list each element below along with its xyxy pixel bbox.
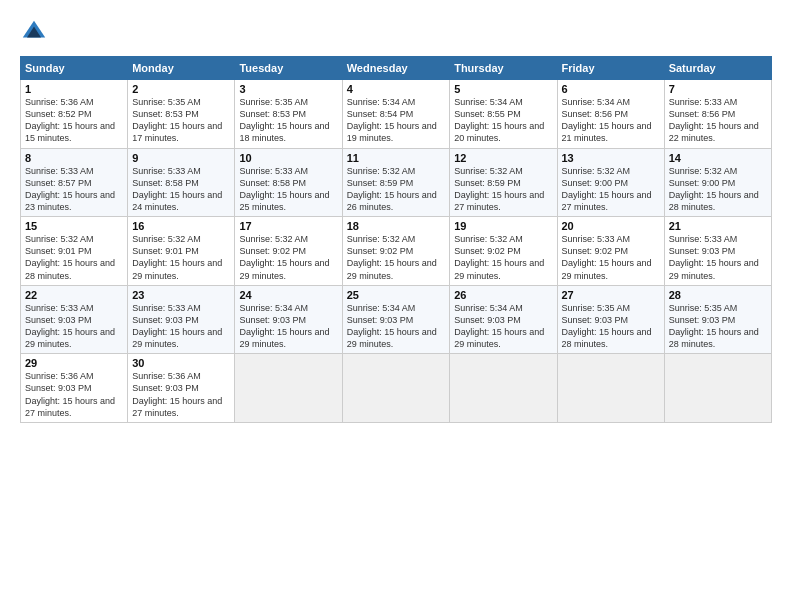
table-row: 11 Sunrise: 5:32 AM Sunset: 8:59 PM Dayl… (342, 148, 449, 217)
day-info: Sunrise: 5:36 AM Sunset: 9:03 PM Dayligh… (25, 370, 123, 419)
table-row: 19 Sunrise: 5:32 AM Sunset: 9:02 PM Dayl… (450, 217, 557, 286)
day-number: 21 (669, 220, 767, 232)
day-number: 30 (132, 357, 230, 369)
day-number: 6 (562, 83, 660, 95)
day-number: 4 (347, 83, 445, 95)
table-row: 13 Sunrise: 5:32 AM Sunset: 9:00 PM Dayl… (557, 148, 664, 217)
table-row: 15 Sunrise: 5:32 AM Sunset: 9:01 PM Dayl… (21, 217, 128, 286)
day-number: 15 (25, 220, 123, 232)
table-row: 25 Sunrise: 5:34 AM Sunset: 9:03 PM Dayl… (342, 285, 449, 354)
day-number: 28 (669, 289, 767, 301)
table-row: 26 Sunrise: 5:34 AM Sunset: 9:03 PM Dayl… (450, 285, 557, 354)
table-row: 29 Sunrise: 5:36 AM Sunset: 9:03 PM Dayl… (21, 354, 128, 423)
table-row: 7 Sunrise: 5:33 AM Sunset: 8:56 PM Dayli… (664, 80, 771, 149)
day-info: Sunrise: 5:33 AM Sunset: 8:58 PM Dayligh… (132, 165, 230, 214)
day-info: Sunrise: 5:33 AM Sunset: 8:56 PM Dayligh… (669, 96, 767, 145)
calendar-table: Sunday Monday Tuesday Wednesday Thursday… (20, 56, 772, 423)
calendar-week-row: 1 Sunrise: 5:36 AM Sunset: 8:52 PM Dayli… (21, 80, 772, 149)
table-row (557, 354, 664, 423)
table-row: 10 Sunrise: 5:33 AM Sunset: 8:58 PM Dayl… (235, 148, 342, 217)
table-row (450, 354, 557, 423)
table-row (342, 354, 449, 423)
day-info: Sunrise: 5:33 AM Sunset: 9:02 PM Dayligh… (562, 233, 660, 282)
day-number: 13 (562, 152, 660, 164)
logo (20, 18, 52, 46)
day-info: Sunrise: 5:33 AM Sunset: 8:57 PM Dayligh… (25, 165, 123, 214)
col-monday: Monday (128, 57, 235, 80)
day-info: Sunrise: 5:35 AM Sunset: 9:03 PM Dayligh… (562, 302, 660, 351)
day-info: Sunrise: 5:36 AM Sunset: 8:52 PM Dayligh… (25, 96, 123, 145)
day-number: 19 (454, 220, 552, 232)
table-row: 30 Sunrise: 5:36 AM Sunset: 9:03 PM Dayl… (128, 354, 235, 423)
day-info: Sunrise: 5:32 AM Sunset: 8:59 PM Dayligh… (347, 165, 445, 214)
table-row: 1 Sunrise: 5:36 AM Sunset: 8:52 PM Dayli… (21, 80, 128, 149)
table-row: 3 Sunrise: 5:35 AM Sunset: 8:53 PM Dayli… (235, 80, 342, 149)
day-info: Sunrise: 5:32 AM Sunset: 9:01 PM Dayligh… (132, 233, 230, 282)
col-sunday: Sunday (21, 57, 128, 80)
table-row: 14 Sunrise: 5:32 AM Sunset: 9:00 PM Dayl… (664, 148, 771, 217)
table-row: 27 Sunrise: 5:35 AM Sunset: 9:03 PM Dayl… (557, 285, 664, 354)
day-info: Sunrise: 5:36 AM Sunset: 9:03 PM Dayligh… (132, 370, 230, 419)
calendar-header-row: Sunday Monday Tuesday Wednesday Thursday… (21, 57, 772, 80)
col-tuesday: Tuesday (235, 57, 342, 80)
day-info: Sunrise: 5:34 AM Sunset: 9:03 PM Dayligh… (239, 302, 337, 351)
table-row: 28 Sunrise: 5:35 AM Sunset: 9:03 PM Dayl… (664, 285, 771, 354)
day-number: 16 (132, 220, 230, 232)
col-wednesday: Wednesday (342, 57, 449, 80)
day-info: Sunrise: 5:32 AM Sunset: 8:59 PM Dayligh… (454, 165, 552, 214)
day-number: 3 (239, 83, 337, 95)
day-number: 25 (347, 289, 445, 301)
calendar-week-row: 29 Sunrise: 5:36 AM Sunset: 9:03 PM Dayl… (21, 354, 772, 423)
day-number: 20 (562, 220, 660, 232)
table-row: 12 Sunrise: 5:32 AM Sunset: 8:59 PM Dayl… (450, 148, 557, 217)
table-row: 24 Sunrise: 5:34 AM Sunset: 9:03 PM Dayl… (235, 285, 342, 354)
day-info: Sunrise: 5:32 AM Sunset: 9:01 PM Dayligh… (25, 233, 123, 282)
table-row: 5 Sunrise: 5:34 AM Sunset: 8:55 PM Dayli… (450, 80, 557, 149)
day-info: Sunrise: 5:32 AM Sunset: 9:02 PM Dayligh… (347, 233, 445, 282)
day-info: Sunrise: 5:33 AM Sunset: 8:58 PM Dayligh… (239, 165, 337, 214)
day-number: 11 (347, 152, 445, 164)
table-row: 8 Sunrise: 5:33 AM Sunset: 8:57 PM Dayli… (21, 148, 128, 217)
day-number: 26 (454, 289, 552, 301)
day-number: 8 (25, 152, 123, 164)
table-row (235, 354, 342, 423)
table-row: 9 Sunrise: 5:33 AM Sunset: 8:58 PM Dayli… (128, 148, 235, 217)
day-info: Sunrise: 5:34 AM Sunset: 9:03 PM Dayligh… (454, 302, 552, 351)
day-number: 10 (239, 152, 337, 164)
logo-icon (20, 18, 48, 46)
table-row: 23 Sunrise: 5:33 AM Sunset: 9:03 PM Dayl… (128, 285, 235, 354)
day-number: 5 (454, 83, 552, 95)
col-thursday: Thursday (450, 57, 557, 80)
calendar-week-row: 8 Sunrise: 5:33 AM Sunset: 8:57 PM Dayli… (21, 148, 772, 217)
col-friday: Friday (557, 57, 664, 80)
day-info: Sunrise: 5:32 AM Sunset: 9:02 PM Dayligh… (239, 233, 337, 282)
table-row (664, 354, 771, 423)
day-info: Sunrise: 5:34 AM Sunset: 8:56 PM Dayligh… (562, 96, 660, 145)
day-number: 7 (669, 83, 767, 95)
table-row: 16 Sunrise: 5:32 AM Sunset: 9:01 PM Dayl… (128, 217, 235, 286)
day-number: 27 (562, 289, 660, 301)
day-info: Sunrise: 5:34 AM Sunset: 8:54 PM Dayligh… (347, 96, 445, 145)
header (20, 18, 772, 46)
calendar-week-row: 15 Sunrise: 5:32 AM Sunset: 9:01 PM Dayl… (21, 217, 772, 286)
day-number: 22 (25, 289, 123, 301)
calendar-week-row: 22 Sunrise: 5:33 AM Sunset: 9:03 PM Dayl… (21, 285, 772, 354)
day-number: 9 (132, 152, 230, 164)
table-row: 17 Sunrise: 5:32 AM Sunset: 9:02 PM Dayl… (235, 217, 342, 286)
day-number: 12 (454, 152, 552, 164)
day-info: Sunrise: 5:33 AM Sunset: 9:03 PM Dayligh… (132, 302, 230, 351)
day-info: Sunrise: 5:34 AM Sunset: 9:03 PM Dayligh… (347, 302, 445, 351)
day-number: 2 (132, 83, 230, 95)
day-number: 29 (25, 357, 123, 369)
day-info: Sunrise: 5:32 AM Sunset: 9:00 PM Dayligh… (669, 165, 767, 214)
table-row: 22 Sunrise: 5:33 AM Sunset: 9:03 PM Dayl… (21, 285, 128, 354)
day-info: Sunrise: 5:34 AM Sunset: 8:55 PM Dayligh… (454, 96, 552, 145)
day-info: Sunrise: 5:33 AM Sunset: 9:03 PM Dayligh… (669, 233, 767, 282)
day-info: Sunrise: 5:32 AM Sunset: 9:02 PM Dayligh… (454, 233, 552, 282)
day-info: Sunrise: 5:35 AM Sunset: 8:53 PM Dayligh… (239, 96, 337, 145)
day-info: Sunrise: 5:33 AM Sunset: 9:03 PM Dayligh… (25, 302, 123, 351)
table-row: 20 Sunrise: 5:33 AM Sunset: 9:02 PM Dayl… (557, 217, 664, 286)
day-number: 14 (669, 152, 767, 164)
day-number: 18 (347, 220, 445, 232)
table-row: 21 Sunrise: 5:33 AM Sunset: 9:03 PM Dayl… (664, 217, 771, 286)
